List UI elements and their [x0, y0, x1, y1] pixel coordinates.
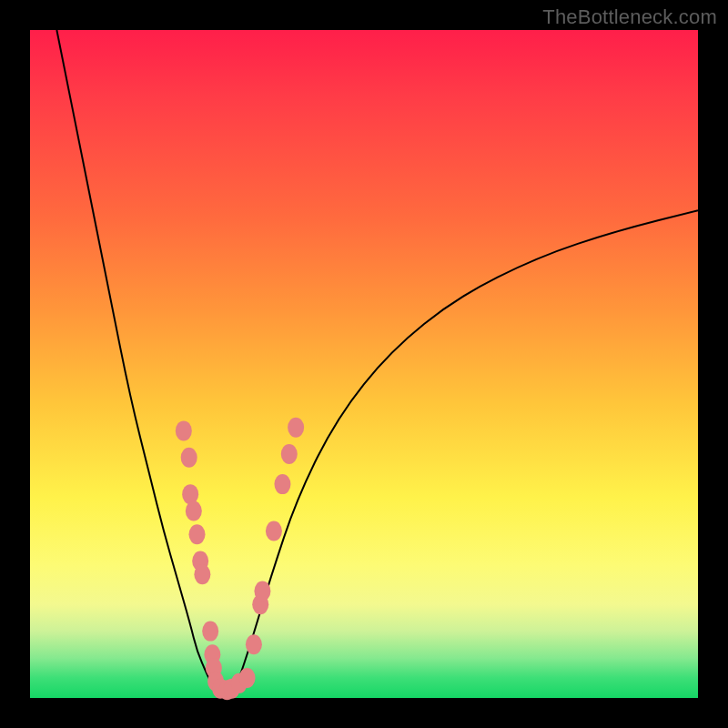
left-curve	[56, 30, 220, 698]
chart-frame: TheBottleneck.com	[0, 0, 728, 728]
chart-svg	[30, 30, 698, 698]
data-marker	[274, 474, 290, 494]
data-marker	[246, 634, 262, 654]
right-curve	[230, 210, 698, 698]
markers-group	[176, 418, 304, 700]
data-marker	[281, 444, 298, 464]
data-marker	[194, 564, 210, 584]
plot-area	[30, 30, 698, 698]
data-marker	[266, 521, 282, 541]
data-marker	[239, 668, 256, 688]
data-marker	[288, 418, 304, 438]
curve-group	[56, 30, 698, 698]
data-marker	[254, 581, 270, 602]
data-marker	[181, 448, 197, 468]
data-marker	[176, 420, 192, 440]
data-marker	[182, 484, 198, 504]
data-marker	[186, 500, 202, 521]
watermark-text: TheBottleneck.com	[542, 5, 717, 29]
data-marker	[202, 622, 218, 642]
data-marker	[189, 524, 206, 544]
